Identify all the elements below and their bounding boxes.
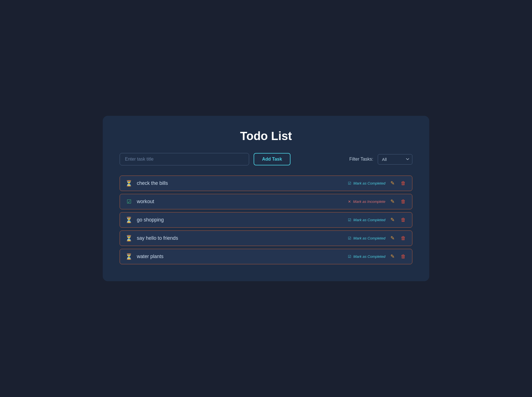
edit-button[interactable]: ✎	[389, 216, 396, 223]
task-actions: ☑ Mark as Completed✎🗑	[348, 235, 407, 242]
hourglass-icon: ⏳	[125, 180, 133, 187]
task-row: ⏳say hello to friends☑ Mark as Completed…	[120, 230, 412, 246]
task-name: water plants	[137, 254, 344, 260]
hourglass-icon: ⏳	[125, 235, 133, 242]
delete-button[interactable]: 🗑	[400, 235, 407, 242]
delete-button[interactable]: 🗑	[400, 180, 407, 187]
trash-icon: 🗑	[401, 254, 406, 259]
task-name: check the bills	[137, 180, 344, 186]
checkbox-icon: ☑	[348, 236, 351, 240]
x-icon: ✕	[348, 199, 351, 204]
edit-button[interactable]: ✎	[389, 198, 396, 205]
checkbox-icon: ☑	[348, 218, 351, 222]
toolbar: Add Task Filter Tasks: All Completed Inc…	[120, 153, 412, 165]
add-task-button[interactable]: Add Task	[254, 153, 290, 165]
pencil-icon: ✎	[390, 217, 395, 223]
mark-complete-button[interactable]: ☑ Mark as Completed	[348, 181, 385, 185]
task-row: ⏳check the bills☑ Mark as Completed✎🗑	[120, 176, 412, 191]
checkbox-icon: ☑	[348, 254, 351, 259]
checkbox-icon: ☑	[348, 181, 351, 185]
task-name: workout	[137, 199, 344, 205]
pencil-icon: ✎	[390, 235, 395, 241]
trash-icon: 🗑	[401, 199, 406, 204]
hourglass-icon: ⏳	[125, 253, 133, 260]
task-actions: ☑ Mark as Completed✎🗑	[348, 253, 407, 260]
task-row: ☑workout✕ Mark as Incomplete✎🗑	[120, 194, 412, 209]
pencil-icon: ✎	[390, 254, 395, 259]
edit-button[interactable]: ✎	[389, 235, 396, 242]
trash-icon: 🗑	[401, 180, 406, 186]
task-actions: ✕ Mark as Incomplete✎🗑	[348, 198, 407, 205]
edit-button[interactable]: ✎	[389, 253, 396, 260]
task-row: ⏳water plants☑ Mark as Completed✎🗑	[120, 249, 412, 264]
mark-complete-button[interactable]: ☑ Mark as Completed	[348, 218, 385, 222]
mark-complete-button[interactable]: ☑ Mark as Completed	[348, 254, 385, 259]
delete-button[interactable]: 🗑	[400, 253, 407, 260]
task-row: ⏳go shopping☑ Mark as Completed✎🗑	[120, 212, 412, 228]
app-container: Todo List Add Task Filter Tasks: All Com…	[103, 116, 429, 281]
delete-button[interactable]: 🗑	[400, 216, 407, 223]
task-name: go shopping	[137, 217, 344, 223]
filter-label: Filter Tasks:	[349, 157, 373, 162]
pencil-icon: ✎	[390, 180, 395, 186]
checkbox-checked-icon: ☑	[125, 198, 133, 205]
hourglass-icon: ⏳	[125, 217, 133, 223]
pencil-icon: ✎	[390, 199, 395, 204]
trash-icon: 🗑	[401, 217, 406, 223]
mark-complete-button[interactable]: ☑ Mark as Completed	[348, 236, 385, 240]
app-title: Todo List	[120, 129, 412, 143]
task-actions: ☑ Mark as Completed✎🗑	[348, 216, 407, 223]
filter-select[interactable]: All Completed Incomplete	[378, 154, 412, 165]
task-actions: ☑ Mark as Completed✎🗑	[348, 180, 407, 187]
trash-icon: 🗑	[401, 235, 406, 241]
delete-button[interactable]: 🗑	[400, 198, 407, 205]
task-input[interactable]	[120, 153, 249, 165]
edit-button[interactable]: ✎	[389, 180, 396, 187]
mark-incomplete-button[interactable]: ✕ Mark as Incomplete	[348, 199, 385, 204]
task-list: ⏳check the bills☑ Mark as Completed✎🗑☑wo…	[120, 176, 412, 264]
task-name: say hello to friends	[137, 235, 344, 241]
